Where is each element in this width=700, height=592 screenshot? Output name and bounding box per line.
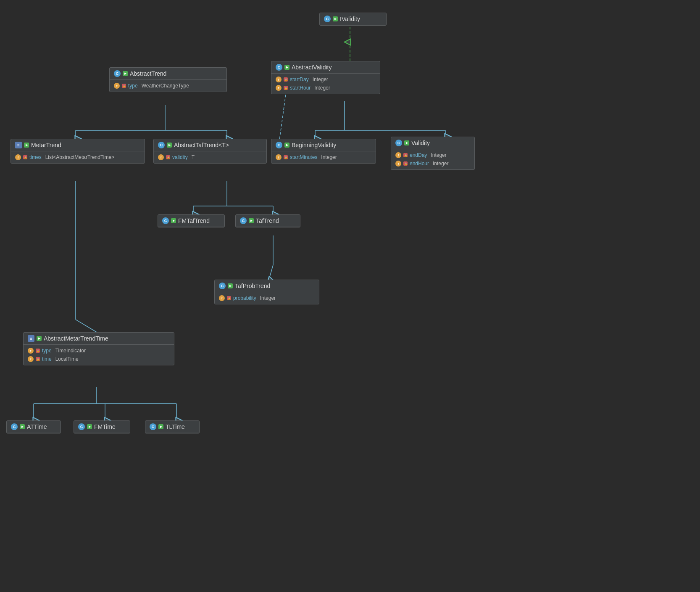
fm-time-green-icon: ▶: [87, 424, 92, 429]
field-type-starthour: Integer: [314, 85, 330, 91]
field-icon-endhour: f: [395, 161, 401, 166]
validity-body: f 🔒 endDay Integer f 🔒 endHour Integer: [391, 149, 474, 169]
abstract-validity-class-icon: C: [276, 64, 282, 71]
field-icon-validity-taf: f: [158, 154, 164, 160]
taf-prob-trend-class-icon: C: [219, 283, 226, 289]
field-validity-taf: f 🔒 validity T: [154, 153, 266, 161]
abstract-metar-trend-time-green-icon: ▶: [37, 336, 42, 341]
field-starthour: f 🔒 startHour Integer: [271, 84, 380, 92]
field-icon-starthour: f: [276, 85, 282, 91]
node-abstract-metar-trend-time[interactable]: ≡ ▶ AbstractMetarTrendTime f 🔒 type Time…: [23, 332, 174, 365]
field-name-endday: endDay: [410, 152, 427, 158]
tl-time-green-icon: ▶: [158, 424, 163, 429]
node-fm-time-header: C ▶ FMTime: [74, 421, 130, 433]
node-fm-time[interactable]: C ▶ FMTime: [74, 420, 130, 433]
field-type-weatherchangetype: WeatherChangeType: [142, 83, 189, 89]
lock-icon-times: 🔒: [23, 155, 27, 159]
metar-trend-green-icon: ▶: [24, 143, 29, 148]
field-times: f 🔒 times List<AbstractMetarTrendTime>: [11, 153, 145, 161]
abstract-taf-trend-green-icon: ▶: [167, 143, 172, 148]
node-abstract-taf-trend-header: C ▶ AbstractTafTrend<T>: [154, 139, 266, 151]
abstract-validity-body: f 🔒 startDay Integer f 🔒 startHour Integ…: [271, 74, 380, 94]
node-metar-trend[interactable]: ≡ ▶ MetarTrend f 🔒 times List<AbstractMe…: [11, 139, 145, 164]
abstract-trend-title: AbstractTrend: [130, 70, 166, 77]
node-ivalidity[interactable]: C ▶ IValidity: [319, 13, 387, 26]
lock-icon-probability: 🔒: [227, 296, 231, 300]
field-type-typeindicator: TimeIndicator: [55, 348, 86, 354]
fmtaf-trend-title: FMTafTrend: [178, 217, 210, 224]
fmtaf-trend-green-icon: ▶: [171, 218, 176, 223]
field-time: f 🔒 time LocalTime: [24, 355, 174, 363]
lock-icon-startday: 🔒: [284, 77, 288, 82]
validity-green-icon: ▶: [404, 140, 409, 145]
at-time-green-icon: ▶: [20, 424, 25, 429]
abstract-trend-green-icon: ▶: [123, 71, 128, 76]
node-taf-trend-header: C ▶ TafTrend: [236, 215, 300, 227]
node-metar-trend-header: ≡ ▶ MetarTrend: [11, 139, 145, 151]
node-abstract-trend-header: C ▶ AbstractTrend: [110, 68, 226, 80]
field-name-starthour: startHour: [290, 85, 311, 91]
fm-time-title: FMTime: [94, 423, 116, 430]
abstract-metar-trend-time-body: f 🔒 type TimeIndicator f 🔒 time LocalTim…: [24, 345, 174, 365]
svg-line-18: [269, 265, 273, 280]
validity-class-icon: C: [395, 140, 402, 146]
node-beginning-validity[interactable]: C ▶ BeginningValidity f 🔒 startMinutes I…: [271, 139, 376, 164]
lock-icon-startminutes: 🔒: [284, 155, 288, 159]
field-name-endhour: endHour: [410, 161, 429, 166]
at-time-title: ATTime: [27, 423, 47, 430]
node-abstract-validity[interactable]: C ▶ AbstractValidity f 🔒 startDay Intege…: [271, 61, 380, 94]
abstract-validity-title: AbstractValidity: [292, 64, 332, 71]
svg-line-20: [76, 320, 97, 332]
abstract-validity-green-icon: ▶: [284, 65, 289, 70]
node-at-time-header: C ▶ ATTime: [7, 421, 61, 433]
abstract-taf-trend-class-icon: C: [158, 142, 165, 148]
field-probability: f 🔒 probability Integer: [215, 294, 319, 302]
field-type-trend: f 🔒 type WeatherChangeType: [110, 82, 226, 90]
field-icon-times: f: [15, 154, 21, 160]
abstract-taf-trend-title: AbstractTafTrend<T>: [174, 142, 229, 148]
taf-trend-title: TafTrend: [256, 217, 279, 224]
node-tl-time[interactable]: C ▶ TLTime: [145, 420, 200, 433]
field-name-type-time: type: [42, 348, 52, 354]
node-validity[interactable]: C ▶ Validity f 🔒 endDay Integer f 🔒 endH…: [391, 137, 475, 170]
field-icon-startday: f: [276, 77, 282, 82]
tl-time-class-icon: C: [150, 423, 156, 430]
field-type-endhour: Integer: [433, 161, 448, 166]
beginning-validity-body: f 🔒 startMinutes Integer: [271, 151, 376, 163]
field-name-type-trend: type: [128, 83, 138, 89]
abstract-trend-class-icon: C: [114, 70, 121, 77]
node-taf-trend[interactable]: C ▶ TafTrend: [235, 214, 300, 227]
fm-time-class-icon: C: [78, 423, 85, 430]
beginning-validity-class-icon: C: [276, 142, 282, 148]
beginning-validity-green-icon: ▶: [284, 143, 289, 148]
field-name-startday: startDay: [290, 77, 309, 82]
fmtaf-trend-class-icon: C: [162, 217, 169, 224]
node-at-time[interactable]: C ▶ ATTime: [6, 420, 61, 433]
lock-icon-starthour: 🔒: [284, 86, 288, 90]
field-icon-startminutes: f: [276, 154, 282, 160]
lock-icon-endhour: 🔒: [403, 161, 408, 166]
node-fmtaf-trend-header: C ▶ FMTafTrend: [158, 215, 224, 227]
node-taf-prob-trend[interactable]: C ▶ TafProbTrend f 🔒 probability Integer: [214, 280, 319, 304]
field-name-times: times: [29, 154, 42, 160]
metar-trend-title: MetarTrend: [31, 142, 61, 148]
node-abstract-trend[interactable]: C ▶ AbstractTrend f 🔒 type WeatherChange…: [109, 67, 227, 92]
field-type-time: f 🔒 type TimeIndicator: [24, 346, 174, 355]
node-fmtaf-trend[interactable]: C ▶ FMTafTrend: [158, 214, 225, 227]
field-name-validity-taf: validity: [172, 154, 188, 160]
abstract-taf-trend-body: f 🔒 validity T: [154, 151, 266, 163]
node-abstract-taf-trend[interactable]: C ▶ AbstractTafTrend<T> f 🔒 validity T: [153, 139, 267, 164]
taf-trend-class-icon: C: [240, 217, 247, 224]
lock-icon-type-time: 🔒: [36, 349, 40, 353]
node-validity-header: C ▶ Validity: [391, 137, 474, 149]
field-name-probability: probability: [233, 295, 256, 301]
field-startminutes: f 🔒 startMinutes Integer: [271, 153, 376, 161]
abstract-trend-body: f 🔒 type WeatherChangeType: [110, 80, 226, 92]
field-type-localtime: LocalTime: [55, 356, 79, 362]
validity-title: Validity: [411, 140, 430, 146]
taf-trend-green-icon: ▶: [249, 218, 254, 223]
field-name-startminutes: startMinutes: [290, 154, 317, 160]
node-tl-time-header: C ▶ TLTime: [145, 421, 199, 433]
abstract-metar-trend-time-title: AbstractMetarTrendTime: [44, 335, 108, 342]
taf-prob-trend-green-icon: ▶: [228, 283, 233, 288]
